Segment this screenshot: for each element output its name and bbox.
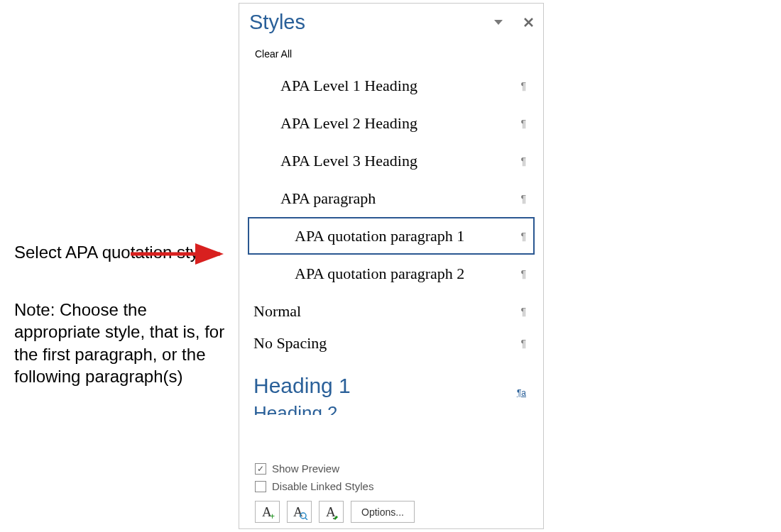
arrow-icon	[128, 243, 238, 268]
clear-all-button[interactable]: Clear All	[248, 41, 535, 67]
style-label: No Spacing	[253, 334, 327, 353]
svg-text:+: +	[270, 511, 275, 520]
manage-styles-button[interactable]: A	[319, 501, 344, 523]
paragraph-mark-icon: ¶	[520, 268, 526, 279]
style-label: APA Level 1 Heading	[253, 77, 417, 95]
annotation-note: Note: Choose the appropriate style, that…	[14, 299, 227, 387]
paragraph-mark-icon: ¶	[520, 80, 526, 92]
linked-style-mark-icon: ¶a	[517, 388, 526, 398]
options-button[interactable]: Options...	[351, 501, 415, 523]
style-label: Heading 1	[253, 374, 351, 398]
disable-linked-label: Disable Linked Styles	[272, 480, 373, 492]
style-inspector-button[interactable]: A	[287, 501, 312, 523]
style-item-apa-paragraph[interactable]: APA paragraph ¶	[248, 179, 535, 217]
checkbox-icon	[255, 481, 266, 492]
paragraph-mark-icon: ¶	[520, 338, 526, 349]
style-label: APA quotation paragraph 2	[253, 265, 464, 283]
style-item-heading-2[interactable]: Heading 2	[248, 402, 535, 415]
paragraph-mark-icon: ¶	[520, 231, 526, 242]
style-label: Normal	[253, 302, 301, 321]
style-item-apa-level-1-heading[interactable]: APA Level 1 Heading ¶	[248, 67, 535, 104]
styles-list: APA Level 1 Heading ¶ APA Level 2 Headin…	[248, 67, 535, 457]
style-label: APA Level 3 Heading	[253, 152, 417, 170]
svg-line-5	[305, 518, 307, 520]
svg-text:A: A	[326, 504, 336, 519]
styles-pane: Styles Clear All APA Level 1 Heading ¶ A…	[239, 3, 544, 529]
style-item-apa-level-2-heading[interactable]: APA Level 2 Heading ¶	[248, 104, 535, 142]
paragraph-mark-icon: ¶	[520, 193, 526, 204]
pane-options-dropdown-icon[interactable]	[493, 18, 503, 28]
style-item-no-spacing[interactable]: No Spacing ¶	[248, 330, 535, 358]
disable-linked-styles-checkbox[interactable]: Disable Linked Styles	[248, 477, 535, 495]
style-label: APA quotation paragraph 1	[253, 227, 464, 245]
close-icon[interactable]	[523, 18, 533, 28]
svg-text:A: A	[293, 504, 303, 519]
show-preview-label: Show Preview	[272, 462, 339, 475]
style-item-normal[interactable]: Normal ¶	[248, 292, 535, 330]
pane-header: Styles	[248, 9, 535, 41]
style-item-apa-quotation-paragraph-1[interactable]: APA quotation paragraph 1 ¶	[248, 217, 535, 255]
style-label: APA Level 2 Heading	[253, 114, 417, 133]
style-item-apa-level-3-heading[interactable]: APA Level 3 Heading ¶	[248, 142, 535, 179]
style-label: APA paragraph	[253, 189, 376, 208]
style-item-heading-1[interactable]: Heading 1 ¶a	[248, 358, 535, 402]
style-item-apa-quotation-paragraph-2[interactable]: APA quotation paragraph 2 ¶	[248, 255, 535, 292]
checkbox-icon: ✓	[255, 463, 266, 475]
paragraph-mark-icon: ¶	[520, 155, 526, 167]
pane-footer: ✓ Show Preview Disable Linked Styles A +…	[248, 457, 535, 523]
new-style-button[interactable]: A +	[255, 501, 280, 523]
show-preview-checkbox[interactable]: ✓ Show Preview	[248, 460, 535, 477]
pane-title: Styles	[249, 11, 305, 34]
style-label: Heading 2	[253, 402, 338, 415]
paragraph-mark-icon: ¶	[520, 118, 526, 129]
paragraph-mark-icon: ¶	[520, 306, 526, 317]
